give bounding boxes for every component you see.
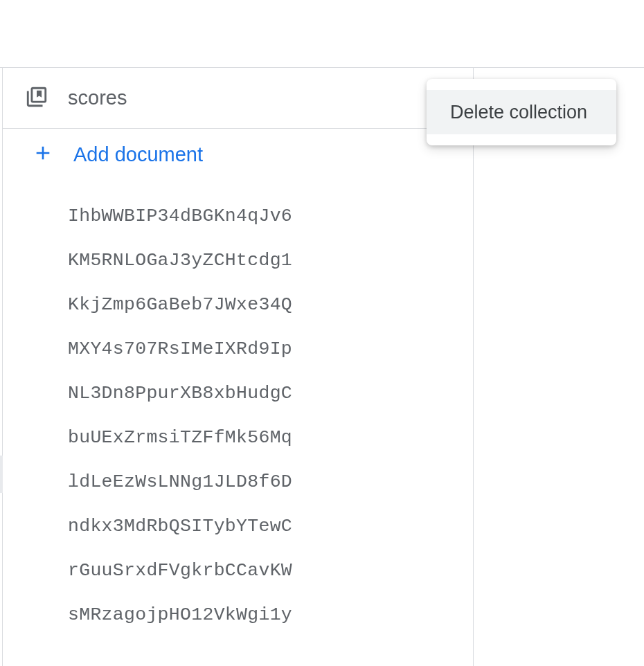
document-id: ldLeEzWsLNNg1JLD8f6D: [68, 471, 292, 492]
document-item[interactable]: ldLeEzWsLNNg1JLD8f6D: [3, 460, 473, 504]
selection-indicator: [0, 456, 3, 493]
document-item[interactable]: KkjZmp6GaBeb7JWxe34Q: [3, 282, 473, 327]
document-id: rGuuSrxdFVgkrbCCavKW: [68, 560, 292, 581]
left-gutter: [0, 68, 3, 666]
document-item[interactable]: ndkx3MdRbQSITybYTewC: [3, 504, 473, 548]
plus-icon: [32, 142, 54, 167]
document-id: KM5RNLOGaJ3yZCHtcdg1: [68, 250, 292, 271]
document-item[interactable]: sMRzagojpHO12VkWgi1y: [3, 593, 473, 637]
document-id: sMRzagojpHO12VkWgi1y: [68, 604, 292, 625]
panel-header: scores: [3, 68, 473, 129]
document-id: NL3Dn8PpurXB8xbHudgC: [68, 383, 292, 404]
document-item[interactable]: KM5RNLOGaJ3yZCHtcdg1: [3, 238, 473, 282]
document-id: ndkx3MdRbQSITybYTewC: [68, 516, 292, 537]
document-item[interactable]: MXY4s707RsIMeIXRd9Ip: [3, 327, 473, 371]
main-area: scores Add document IhbWWBIP34dBGKn4qJv6: [0, 68, 644, 666]
document-list: IhbWWBIP34dBGKn4qJv6 KM5RNLOGaJ3yZCHtcdg…: [3, 180, 473, 637]
document-item[interactable]: buUExZrmsiTZFfMk56Mq: [3, 415, 473, 460]
context-menu: Delete collection: [427, 79, 616, 145]
menu-item-label: Delete collection: [450, 102, 587, 123]
document-item[interactable]: rGuuSrxdFVgkrbCCavKW: [3, 548, 473, 593]
document-id: IhbWWBIP34dBGKn4qJv6: [68, 206, 292, 226]
document-item[interactable]: NL3Dn8PpurXB8xbHudgC: [3, 371, 473, 415]
delete-collection-menu-item[interactable]: Delete collection: [427, 90, 616, 134]
add-document-label: Add document: [73, 143, 203, 166]
collection-icon: [25, 85, 48, 111]
document-id: MXY4s707RsIMeIXRd9Ip: [68, 339, 292, 359]
collection-panel: scores Add document IhbWWBIP34dBGKn4qJv6: [3, 68, 474, 666]
add-document-button[interactable]: Add document: [3, 129, 473, 180]
document-item[interactable]: IhbWWBIP34dBGKn4qJv6: [3, 194, 473, 238]
right-panel: [474, 68, 644, 666]
collection-name: scores: [68, 87, 400, 109]
top-spacer: [0, 0, 644, 68]
document-id: KkjZmp6GaBeb7JWxe34Q: [68, 294, 292, 315]
document-id: buUExZrmsiTZFfMk56Mq: [68, 427, 292, 448]
